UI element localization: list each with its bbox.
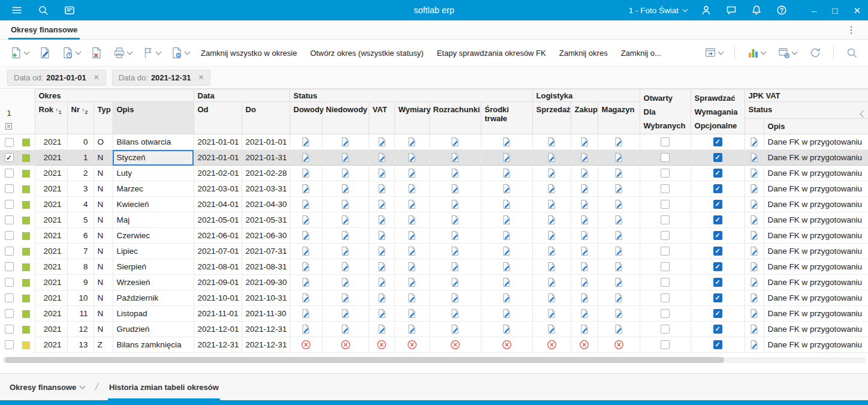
cell-otwarty-dla-wybranych[interactable] [640,150,691,166]
cell-do[interactable]: 2021-08-31 [242,259,290,275]
cell-jpk-status-icon[interactable] [745,306,764,322]
help-icon[interactable]: ? [776,4,788,16]
edit-document-icon[interactable] [450,246,460,256]
cell-otwarty-dla-wybranych[interactable] [640,181,691,197]
cell-sprawdzac[interactable] [691,290,745,306]
status-cell-niedowody[interactable] [322,166,369,181]
cell-od[interactable]: 2021-05-01 [194,212,242,228]
cell-jpk-status-icon[interactable] [745,337,764,353]
refresh-button[interactable] [806,44,824,61]
edit-document-icon[interactable] [749,308,759,319]
status-cell-vat[interactable] [369,322,394,337]
status-cell-zakup[interactable] [571,259,598,275]
edit-document-icon[interactable] [502,199,511,209]
status-cell-magazyn[interactable] [598,290,640,306]
cell-do[interactable]: 2021-10-31 [242,290,290,306]
status-cell-rozrachunki[interactable] [429,322,481,337]
blocked-icon[interactable] [340,340,351,350]
footer-tab-historia-zmian[interactable]: Historia zmian tabeli okresów [108,374,220,400]
table-row[interactable]: 2021 4 N Kwiecień 2021-04-01 2021-04-30 … [0,197,868,212]
otwarty-checkbox[interactable] [661,309,670,318]
status-cell-vat[interactable] [369,181,394,197]
status-cell-niedowody[interactable] [322,275,369,290]
status-cell-wymiary[interactable] [394,134,429,150]
sprawdzac-checkbox[interactable] [713,278,722,287]
cell-sprawdzac[interactable] [691,228,745,244]
cell-select[interactable] [0,322,18,337]
cell-rok[interactable]: 2021 [35,290,67,306]
edit-document-icon[interactable] [580,324,589,334]
edit-document-icon[interactable] [547,230,556,241]
edit-record-button[interactable] [36,44,54,61]
edit-document-icon[interactable] [407,152,417,163]
edit-document-icon[interactable] [377,184,387,194]
edit-document-icon[interactable] [377,277,387,287]
cell-typ[interactable]: N [94,259,113,275]
cell-do[interactable]: 2021-03-31 [242,181,290,197]
edit-document-icon[interactable] [614,262,623,272]
edit-document-icon[interactable] [614,230,623,241]
status-cell-niedowody[interactable] [322,228,369,244]
cell-jpk-opis[interactable]: Dane FK w przygotowaniu [764,337,868,353]
cell-od[interactable]: 2021-08-01 [194,259,242,275]
table-row[interactable]: 2021 8 N Sierpień 2021-08-01 2021-08-31 … [0,259,868,275]
cell-sprawdzac[interactable] [691,197,745,212]
otwarty-checkbox[interactable] [661,231,670,240]
scrollbar-thumb[interactable] [5,357,724,363]
cell-jpk-opis[interactable]: Dane FK w przygotowaniu [764,244,868,259]
edit-document-icon[interactable] [450,324,460,334]
cell-opis[interactable]: Listopad [113,306,194,322]
cell-select[interactable] [0,275,18,290]
status-cell-rozrachunki[interactable] [429,228,481,244]
cell-typ[interactable]: O [94,134,113,150]
cell-typ[interactable]: N [94,275,113,290]
edit-document-icon[interactable] [580,199,589,209]
edit-document-icon[interactable] [547,168,556,178]
row-checkbox[interactable] [5,153,14,162]
col-header-dowody[interactable]: Dowody [290,102,322,134]
status-cell-dowody[interactable] [290,181,322,197]
edit-document-icon[interactable] [301,277,311,287]
status-cell-vat[interactable] [369,166,394,181]
sprawdzac-checkbox[interactable] [713,309,722,318]
status-cell-niedowody[interactable] [322,150,369,166]
edit-document-icon[interactable] [580,215,589,225]
col-header-rozrachunki[interactable]: Rozrachunki [429,102,481,134]
edit-document-icon[interactable] [614,308,623,319]
edit-document-icon[interactable] [502,262,511,272]
edit-document-icon[interactable] [377,168,387,178]
edit-document-icon[interactable] [301,324,311,334]
status-cell-zakup[interactable] [571,166,598,181]
status-cell-wymiary[interactable] [394,197,429,212]
edit-document-icon[interactable] [547,215,556,225]
cell-do[interactable]: 2021-09-30 [242,275,290,290]
edit-document-icon[interactable] [450,184,460,194]
cell-otwarty-dla-wybranych[interactable] [640,166,691,181]
chart-button[interactable] [744,44,768,61]
status-cell-srodki-trwale[interactable] [481,306,532,322]
cell-opis[interactable]: Październik [113,290,194,306]
status-cell-niedowody[interactable] [322,134,369,150]
remove-filter-icon[interactable]: ✕ [198,73,204,82]
edit-document-icon[interactable] [580,246,589,256]
otwarty-checkbox[interactable] [661,293,670,302]
status-cell-dowody[interactable] [290,134,322,150]
status-cell-zakup[interactable] [571,212,598,228]
status-cell-wymiary[interactable] [394,244,429,259]
hamburger-menu-icon[interactable] [11,4,23,16]
status-cell-wymiary[interactable] [394,181,429,197]
status-cell-srodki-trwale[interactable] [481,290,532,306]
cell-rok[interactable]: 2021 [35,337,67,353]
edit-document-icon[interactable] [502,293,511,303]
cell-opis[interactable]: Wrzesień [113,275,194,290]
cell-do[interactable]: 2021-12-31 [242,337,290,353]
sprawdzac-checkbox[interactable] [713,169,722,178]
cell-nr[interactable]: 9 [67,275,94,290]
edit-document-icon[interactable] [377,137,387,147]
cell-jpk-status-icon[interactable] [745,290,764,306]
company-selector[interactable]: 1 - Foto Świat [629,6,687,15]
cell-jpk-opis[interactable]: Dane FK w przygotowaniu [764,275,868,290]
cell-otwarty-dla-wybranych[interactable] [640,212,691,228]
row-checkbox[interactable] [5,215,14,224]
edit-document-icon[interactable] [614,137,623,147]
